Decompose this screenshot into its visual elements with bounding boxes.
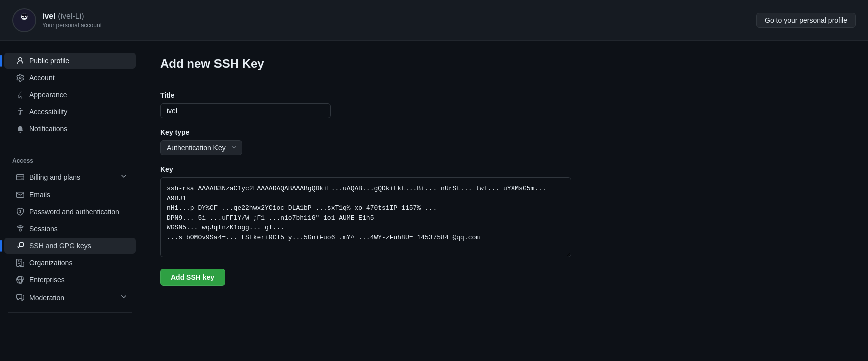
main-content: Add new SSH Key Title Key type Authentic… [140, 41, 591, 361]
sidebar-divider-2 [8, 312, 132, 313]
title-form-group: Title [160, 91, 571, 118]
avatar [12, 8, 36, 32]
sidebar-label-account: Account [29, 74, 55, 82]
username: ivel (ivel-Li) [42, 12, 102, 21]
sidebar-label-billing: Billing and plans [29, 173, 80, 181]
header: ivel (ivel-Li) Your personal account Go … [0, 0, 868, 41]
key-label: Key [160, 165, 571, 173]
shield-icon [16, 208, 24, 216]
sidebar-item-emails[interactable]: Emails [4, 187, 136, 203]
sidebar-label-moderation: Moderation [29, 294, 64, 302]
active-indicator [0, 240, 2, 252]
sidebar-label-appearance: Appearance [29, 91, 67, 99]
sidebar-divider-1 [8, 143, 132, 143]
sidebar-label-public-profile: Public profile [29, 57, 69, 65]
svg-point-7 [22, 17, 24, 18]
sidebar-item-ssh-gpg[interactable]: SSH and GPG keys [4, 238, 136, 254]
sidebar-item-password[interactable]: Password and authentication [4, 204, 136, 220]
sidebar-label-organizations: Organizations [29, 259, 72, 267]
sidebar-item-public-profile[interactable]: Public profile [4, 53, 136, 69]
chevron-down-icon-moderation [120, 293, 128, 302]
wifi-icon [16, 225, 24, 233]
sidebar-label-enterprises: Enterprises [29, 276, 65, 284]
building-icon [16, 259, 24, 267]
globe-icon [16, 276, 24, 284]
sidebar-label-password: Password and authentication [29, 208, 119, 216]
gear-icon [16, 74, 24, 82]
user-subtitle: Your personal account [42, 22, 102, 29]
go-to-profile-button[interactable]: Go to your personal profile [756, 13, 856, 28]
person-icon [16, 57, 24, 65]
comment-icon [16, 294, 24, 302]
paintbrush-icon [16, 91, 24, 99]
svg-point-2 [18, 21, 31, 30]
sidebar-item-account[interactable]: Account [4, 70, 136, 86]
key-type-label: Key type [160, 128, 571, 136]
creditcard-icon [16, 173, 24, 181]
access-section-label: Access [0, 149, 140, 168]
chevron-down-icon [120, 172, 128, 182]
user-info: ivel (ivel-Li) Your personal account [42, 12, 102, 29]
sidebar-label-ssh-gpg: SSH and GPG keys [29, 242, 91, 250]
sidebar-item-notifications[interactable]: Notifications [4, 121, 136, 137]
sidebar-item-accessibility[interactable]: Accessibility [4, 104, 136, 120]
key-textarea[interactable]: <span class="ssh-rsa-highlight">ssh-rsa<… [160, 177, 571, 257]
sidebar-item-appearance[interactable]: Appearance [4, 87, 136, 103]
sidebar-label-accessibility: Accessibility [29, 108, 67, 116]
svg-point-8 [25, 17, 26, 18]
key-type-form-group: Key type Authentication Key Signing Key [160, 128, 571, 155]
title-input[interactable] [160, 103, 331, 118]
mail-icon [16, 191, 24, 199]
page-title: Add new SSH Key [160, 57, 571, 79]
sidebar: Public profile Account Appearance [0, 41, 140, 361]
sidebar-label-sessions: Sessions [29, 225, 58, 233]
sidebar-item-billing[interactable]: Billing and plans [4, 168, 136, 186]
title-label: Title [160, 91, 571, 99]
sidebar-item-sessions[interactable]: Sessions [4, 221, 136, 237]
accessibility-icon [16, 108, 24, 116]
key-type-select-wrapper: Authentication Key Signing Key [160, 140, 242, 155]
sidebar-label-emails: Emails [29, 191, 50, 199]
sidebar-label-notifications: Notifications [29, 125, 67, 133]
layout: Public profile Account Appearance [0, 41, 868, 361]
sidebar-item-organizations[interactable]: Organizations [4, 255, 136, 271]
sidebar-item-enterprises[interactable]: Enterprises [4, 272, 136, 288]
key-icon [16, 242, 24, 250]
sidebar-item-moderation[interactable]: Moderation [4, 289, 136, 306]
add-ssh-key-button[interactable]: Add SSH key [160, 269, 225, 286]
header-left: ivel (ivel-Li) Your personal account [12, 8, 102, 32]
bell-icon [16, 125, 24, 133]
key-type-select[interactable]: Authentication Key Signing Key [160, 140, 242, 155]
key-form-group: Key <span class="ssh-rsa-highlight">ssh-… [160, 165, 571, 259]
